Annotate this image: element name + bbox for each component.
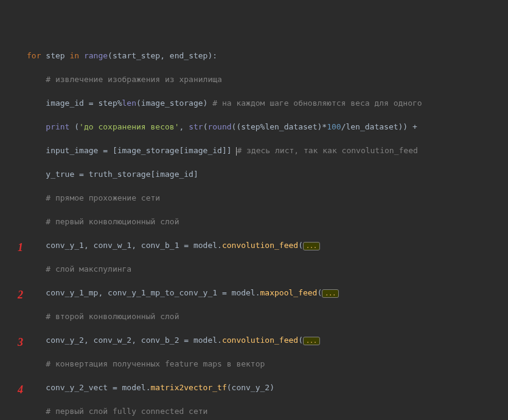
text: (conv_y_2) [227,383,274,392]
text: , [179,122,189,131]
code-line[interactable]: y_true = truth_storage[image_id] [0,168,508,181]
code-line[interactable]: # первый конволюционный слой [0,216,508,228]
comment: # конвертация полученных feature maps в … [46,359,265,368]
annotation-number: 2 [1,287,23,303]
comment: # на каждом шаге обновляются веса для од… [212,98,422,108]
keyword-in: in [69,51,79,60]
method-call: maxpool_feed [260,288,318,297]
comment: # второй конволюционный слой [46,312,179,321]
method-call: convolution_feed [222,241,298,250]
comment: # здесь лист, так как convolution_feed [237,146,422,155]
text: ( [69,122,79,131]
annotation-number: 4 [1,382,23,398]
op-mul: * [322,122,327,131]
comment: # первый слой fully connected сети [46,407,207,416]
annotation-number: 1 [1,239,23,256]
text: conv_y_2_vect = model. [46,383,150,392]
fold-marker[interactable]: ... [322,289,339,298]
code-line[interactable]: 3 conv_y_2, conv_w_2, conv_b_2 = model.c… [0,334,508,346]
text: len_dataset) [265,122,322,131]
builtin-str: str [189,122,203,131]
op-mod: % [117,98,122,108]
text: (start_step, end_step): [108,51,217,60]
builtin-range: range [84,51,108,60]
builtin-round: round [207,122,231,131]
code-line[interactable]: # второй конволюционный слой [0,311,508,323]
comment: # слой макспулинга [46,264,131,274]
annotation-number: 3 [1,334,23,351]
keyword-for: for [27,51,41,60]
code-line[interactable]: # слой макспулинга [0,263,508,275]
text: y_true = truth_storage[image_id] [46,170,198,179]
number: 100 [327,122,341,131]
text: conv_y_1_mp, conv_y_1_mp_to_conv_y_1 = m… [46,288,260,297]
method-call: convolution_feed [222,336,298,345]
text: ( [298,336,303,345]
code-line[interactable]: 1 conv_y_1, conv_w_1, conv_b_1 = model.c… [0,239,508,252]
method-call: matrix2vector_tf [151,383,227,392]
text: conv_y_1, conv_w_1, conv_b_1 = model. [46,241,222,250]
text: ((step [232,122,260,131]
builtin-print: print [46,122,69,131]
fold-marker[interactable]: ... [303,242,320,250]
ident-step: step [46,51,64,60]
text: image_id = step [46,98,117,108]
code-line[interactable]: print ('до сохранения весов', str(round(… [0,121,508,133]
text: ( [317,288,322,297]
code-line[interactable]: 4 conv_y_2_vect = model.matrix2vector_tf… [0,382,508,394]
code-line[interactable]: # прямое прохожение сети [0,192,508,204]
code-line[interactable]: # первый слой fully connected сети [0,405,508,418]
string: 'до сохранения весов' [79,122,179,131]
code-line[interactable]: input_image = [image_storage[image_id]] … [0,145,508,157]
comment: # извлечение изображения из хранилища [46,75,222,84]
text: len_dataset)) [346,122,412,131]
fold-marker[interactable]: ... [303,337,320,345]
comment: # первый конволюционный слой [46,217,179,226]
builtin-len: len [122,98,136,108]
op-plus: + [412,122,417,131]
code-line[interactable]: 2 conv_y_1_mp, conv_y_1_mp_to_conv_y_1 =… [0,287,508,299]
text: input_image = [image_storage[image_id]] [46,146,236,155]
code-line[interactable]: for step in range(start_step, end_step): [0,50,508,62]
code-line[interactable]: # конвертация полученных feature maps в … [0,358,508,370]
text: conv_y_2, conv_w_2, conv_b_2 = model. [46,336,222,345]
comment: # прямое прохожение сети [46,193,160,202]
code-line[interactable]: image_id = step%len(image_storage) # на … [0,97,508,109]
text: (image_storage) [136,98,207,108]
code-line[interactable]: # извлечение изображения из хранилища [0,74,508,86]
text: ( [298,241,303,250]
